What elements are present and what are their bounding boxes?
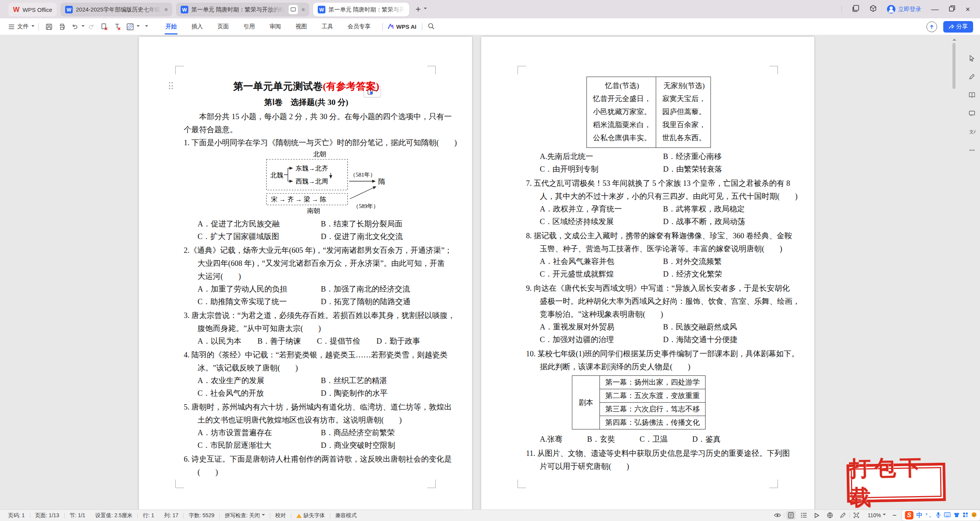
section-heading: 第Ⅰ卷 选择题(共 30 分)	[184, 97, 429, 108]
question-6: 6. 诗史互证。下面是唐朝诗人杜甫创作的两首诗歌，这反映出唐朝社会的变化是	[184, 452, 429, 465]
q3-options-row: A．以民为本B．善于纳谏C．提倡节俭D．勤于政事	[184, 335, 429, 347]
sogou-logo-icon[interactable]: S	[905, 511, 913, 519]
option-d: D．促进了南北文化交流	[321, 230, 403, 243]
new-tab-button[interactable]: +	[415, 2, 421, 17]
q6-options-row: A.先南后北统一B．经济重心南移	[526, 150, 771, 163]
main-toolbar: 文件 开始 插入 页面 引用	[0, 18, 980, 35]
margin-mark	[427, 66, 436, 74]
poem2-line: 寂寞天宝后，	[662, 92, 706, 105]
emoji-icon[interactable]	[971, 512, 977, 519]
label-sui: 隋	[378, 178, 385, 185]
menu-insert[interactable]: 插入	[191, 21, 204, 32]
zoom-level-control[interactable]: 110%	[863, 512, 891, 518]
status-section: 节: 1/1	[65, 512, 90, 519]
file-menu[interactable]: 文件	[8, 23, 34, 30]
label-dongwei-beiqi: 东魏→北齐	[296, 165, 328, 172]
window-controls: 立即登录 — ×	[841, 0, 980, 18]
menu-tools[interactable]: 工具	[321, 21, 334, 32]
menu-reference[interactable]: 引用	[243, 21, 256, 32]
tab-overview-icon[interactable]	[852, 5, 859, 14]
highlight-caret-icon[interactable]	[137, 25, 140, 28]
wps-ai-label: WPS AI	[396, 23, 416, 30]
soft-keyboard-icon[interactable]	[944, 512, 951, 518]
margin-mark	[518, 480, 526, 488]
poem-cell: 无家别(节选) 寂寞天宝后， 园庐但蒿藜。 我里百余家， 世乱各东西。	[656, 77, 711, 148]
margin-mark	[175, 480, 184, 488]
margin-mark	[175, 66, 184, 74]
skin-shirt-icon[interactable]	[954, 512, 960, 519]
q2-options-row: A．加重了劳动人民的负担B．加强了南北的经济交流	[184, 283, 429, 295]
page-view-icon[interactable]	[786, 511, 795, 519]
question-11-line: 片可以用于研究唐朝( )	[526, 460, 771, 473]
style-clear-icon[interactable]	[112, 22, 122, 32]
fit-page-icon[interactable]	[852, 511, 861, 519]
upload-cloud-icon[interactable]	[926, 21, 937, 32]
edit-pen-icon[interactable]	[967, 72, 977, 81]
dynasty-diagram: 北朝 北魏 东魏→北齐 西魏→北周 （581年） 隋 宋 → 齐 → 梁 → 陈…	[241, 151, 410, 215]
read-mode-icon[interactable]	[967, 90, 977, 100]
format-clear-icon[interactable]	[99, 22, 109, 32]
eye-preview-icon[interactable]	[773, 511, 782, 519]
option-c: C．社会风气的开放	[198, 387, 321, 400]
option-b: B．加强了南北的经济交流	[321, 283, 410, 295]
question-10: 10. 某校七年级(1)班的同学们根据某历史事件编制了一部课本剧，具体剧幕如下。	[526, 347, 771, 360]
divider	[382, 23, 383, 31]
chinese-mode-icon[interactable]: 中	[916, 511, 923, 519]
search-icon[interactable]	[428, 23, 434, 31]
toolbox-grid-icon[interactable]	[963, 512, 968, 519]
translate-icon[interactable]: 文A	[967, 127, 977, 136]
menu-page[interactable]: 页面	[217, 21, 230, 32]
proofread-button[interactable]: 校对	[270, 512, 291, 519]
tab-list-caret-icon[interactable]	[424, 8, 427, 11]
tab-document-3-active[interactable]: W 第一单元 隋唐时期：繁荣与开	[313, 3, 409, 16]
ink-pen-icon[interactable]	[838, 511, 848, 519]
tab-label: 2024-2025学年部编版历史七年级	[76, 6, 161, 13]
menu-view[interactable]: 视图	[295, 21, 308, 32]
scrollbar-thumb[interactable]	[952, 43, 956, 89]
vertical-scrollbar[interactable]	[952, 35, 956, 510]
voice-input-icon[interactable]	[936, 512, 941, 519]
tab-wps-office[interactable]: W WPS Office	[8, 3, 57, 16]
menu-member[interactable]: 会员专享	[347, 21, 371, 32]
more-tools-icon[interactable]	[967, 146, 977, 155]
wps-ai-button[interactable]: WPS AI	[387, 23, 416, 30]
paragraph-drag-handle-icon[interactable]	[169, 82, 174, 90]
login-button[interactable]: 立即登录	[887, 5, 921, 13]
unsaved-dot-icon	[165, 8, 168, 11]
select-cursor-icon[interactable]	[967, 54, 977, 63]
option-a: A．社会风气兼容并包	[540, 255, 663, 268]
web-layout-icon[interactable]	[825, 511, 835, 519]
option-a: A．加重了劳动人民的负担	[198, 283, 321, 295]
tab-document-2[interactable]: W 第一单元 隋唐时期：繁荣与开放的时	[176, 3, 309, 16]
app-center-icon[interactable]	[869, 5, 877, 14]
spell-check-toggle[interactable]: 拼写检查: 关闭	[220, 512, 270, 519]
save-icon[interactable]	[44, 22, 54, 32]
tab-document-1[interactable]: W 2024-2025学年部编版历史七年级	[60, 3, 172, 16]
missing-font-warning[interactable]: 缺失字体	[291, 512, 330, 519]
comment-icon[interactable]	[967, 109, 977, 118]
close-button[interactable]: ×	[965, 5, 970, 14]
highlight-color-icon[interactable]	[125, 22, 135, 32]
document-page-1[interactable]: 第一单元单元测试卷(有参考答案) 第Ⅰ卷 选择题(共 30 分) 本部分共 15…	[139, 37, 472, 521]
minimize-button[interactable]: —	[931, 5, 939, 14]
menu-review[interactable]: 审阅	[269, 21, 282, 32]
punctuation-mode-icon[interactable]: °，	[926, 512, 933, 519]
document-page-2[interactable]: 忆昔(节选) 忆昔开元全盛日， 小邑犹藏万家室。 稻米流脂粟米白， 公私仓廪俱丰…	[481, 37, 814, 521]
scroll-up-arrow-icon[interactable]	[952, 37, 956, 41]
undo-icon[interactable]	[70, 22, 80, 32]
undo-caret-icon[interactable]	[82, 25, 85, 28]
comment-bubble-icon[interactable]	[289, 5, 298, 14]
option-d: D．陶瓷制作的水平	[321, 387, 387, 400]
zoom-out-button[interactable]: −	[892, 511, 897, 519]
print-icon[interactable]	[57, 22, 67, 32]
play-slideshow-icon[interactable]	[812, 511, 822, 519]
outline-view-icon[interactable]	[799, 511, 808, 519]
script-act-4: 第四幕：弘扬佛法，传播文化	[600, 416, 706, 429]
toolbar-more-caret-icon[interactable]	[145, 25, 148, 28]
script-act-2: 第二幕：五次东渡，变故重重	[600, 389, 706, 403]
share-button[interactable]: 分享	[943, 21, 973, 33]
restore-button[interactable]	[949, 5, 956, 13]
poem1-line: 公私仓廪俱丰实。	[593, 131, 651, 144]
redo-icon[interactable]	[86, 22, 96, 32]
menu-home[interactable]: 开始	[165, 21, 178, 32]
